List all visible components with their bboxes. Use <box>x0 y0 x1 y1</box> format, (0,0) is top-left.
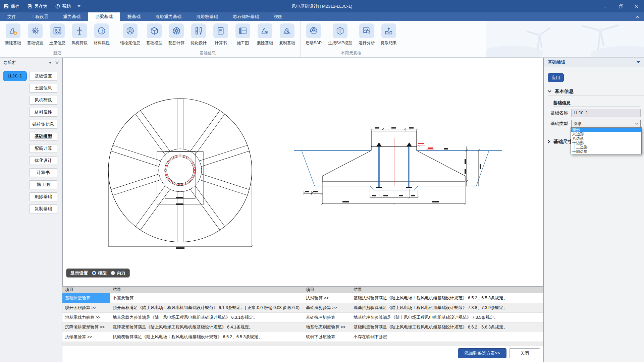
ribbon-button-launch-sap[interactable]: SAP 启动SAP <box>303 23 325 46</box>
add-to-plans-button[interactable]: 添加到备选方案>> <box>458 348 506 358</box>
close-dialog-button[interactable]: 关闭 <box>509 348 540 358</box>
table-row[interactable]: 脱开面积验算 >> 脱开面积满足《陆上风电场工程风电机组基础设计规范》 6.1.… <box>62 303 303 313</box>
foundation-type-select[interactable]: 圆形 <box>571 120 641 128</box>
dropdown-option-hexagon[interactable]: 六边形 <box>571 132 641 136</box>
foundation-name-input[interactable] <box>571 109 641 117</box>
save-menu[interactable]: 保存 <box>0 0 23 12</box>
tab-pile-foundation[interactable]: 桩基础 <box>120 12 148 21</box>
project-tab-lljc1[interactable]: LLJC-1 <box>3 71 27 81</box>
radio-model-dot <box>92 271 96 275</box>
section-basic-info[interactable]: 基本信息 <box>548 87 644 96</box>
ribbon-button-foundation-settings[interactable]: 基础设置 <box>24 23 46 46</box>
ribbon-button-extract-results[interactable]: 提取结果 <box>378 23 400 46</box>
ribbon-button-generate-sap-model[interactable]: SAP C 生成SAP模型 <box>325 23 356 46</box>
editor-collapse-icon[interactable] <box>637 61 640 63</box>
sidebar-item-anchor-cage-info[interactable]: 锚栓笼信息 <box>30 120 57 129</box>
foundation-name-label: 基础名称 <box>550 110 571 116</box>
tab-rock-anchor[interactable]: 岩石锚杆基础 <box>225 12 266 21</box>
nav-close-icon[interactable] <box>55 61 59 64</box>
tab-gravity-foundation[interactable]: 重力基础 <box>56 12 88 21</box>
help-menu[interactable]: 帮助 <box>51 0 75 12</box>
ribbon-button-rebar-calc[interactable]: 配筋计算 <box>165 23 187 46</box>
sidebar-item-turbine-load[interactable]: 风机荷载 <box>30 96 57 105</box>
table-row[interactable]: 地基动态刚度验算 >> 基础刚度验算满足《陆上风电场工程风电机组基础设计规范》 … <box>303 322 543 332</box>
foundation-type-dropdown: 圆形 六边形 八边形 十边形 十二边形 十四边型 <box>571 127 642 154</box>
result-cell: 沉降变形验算满足《陆上风电场工程风电机组基础设计规范》 6.4.1条规定。 <box>110 322 303 332</box>
column-header-item: 项目 <box>303 287 351 293</box>
tab-view[interactable]: 视图 <box>266 12 290 21</box>
ribbon-button-new-foundation[interactable]: 新建基础 <box>2 23 24 46</box>
table-row[interactable]: 基础抗剪验算 >> 地基抗剪验算满足《陆上风电场工程风电机组基础设计规范》 7.… <box>303 303 543 313</box>
item-cell[interactable]: 地基动态刚度验算 >> <box>303 322 351 332</box>
sidebar-item-optimize-design[interactable]: 优化设计 <box>30 156 57 165</box>
sidebar-item-construction-drawing[interactable]: 施工图 <box>30 180 57 189</box>
close-button[interactable] <box>629 0 644 12</box>
footer-bar: 添加到备选方案>> 关闭 <box>62 346 543 362</box>
sidebar-item-calc-report[interactable]: 计算书 <box>30 168 57 177</box>
sidebar-item-soil-info[interactable]: 土层信息 <box>30 84 57 93</box>
sidebar-item-delete-foundation[interactable]: 删除基础 <box>30 192 57 201</box>
ribbon-button-optimize-design[interactable]: 优化设计 <box>187 23 210 46</box>
ribbon-button-construction-drawing[interactable]: 施工图 <box>232 23 254 46</box>
item-cell[interactable]: 基础抗冲切验算 <box>303 313 351 322</box>
table-row[interactable]: 基础体型验算 不需要验算 <box>62 293 303 303</box>
sidebar-item-copy-foundation[interactable]: 复制基础 <box>30 204 57 213</box>
dropdown-option-dodecagon[interactable]: 十二边形 <box>571 145 641 149</box>
sidebar-item-foundation-settings[interactable]: 基础设置 <box>30 72 57 80</box>
sidebar-item-foundation-model[interactable]: 基础模型 <box>30 132 57 141</box>
dropdown-option-circle[interactable]: 圆形 <box>571 128 641 132</box>
item-cell[interactable]: 沉降倾斜变形验算 >> <box>62 322 110 332</box>
item-cell[interactable]: 抗滑验算 >> <box>303 293 351 303</box>
radio-internal-force[interactable]: 内力 <box>111 270 125 276</box>
ribbon-collapse-icon[interactable] <box>631 12 644 21</box>
display-settings-toolbar: 显示设置 模型 内力 <box>66 268 130 278</box>
dropdown-option-octagon[interactable]: 八边形 <box>571 136 641 141</box>
soil-layers-icon <box>50 23 65 38</box>
item-cell[interactable]: 软弱下卧层验算 <box>303 332 351 342</box>
tab-project-settings[interactable]: 工程设置 <box>23 12 56 21</box>
save-as-menu[interactable]: 另存为 <box>23 0 51 12</box>
dropdown-option-tetradecagon[interactable]: 十四边型 <box>571 149 641 154</box>
table-row[interactable]: 沉降倾斜变形验算 >> 沉降变形验算满足《陆上风电场工程风电机组基础设计规范》 … <box>62 322 303 332</box>
table-row[interactable]: 基础抗冲切验算 地基抗冲切验算满足《陆上风电场工程风电机组基础设计规范》 7.3… <box>303 313 543 322</box>
save-as-icon <box>28 4 32 9</box>
ribbon-button-turbine-load[interactable]: 风机荷载 <box>68 23 91 46</box>
item-cell[interactable]: 脱开面积验算 >> <box>62 303 110 312</box>
table-row[interactable]: 抗倾覆验算 >> 抗倾覆验算满足《陆上风电场工程风电机组基础设计规范》 6.5.… <box>62 332 303 342</box>
minimize-button[interactable] <box>598 0 613 12</box>
table-row[interactable]: 软弱下卧层验算 不存在软弱下卧层 <box>303 332 543 342</box>
ribbon-button-copy-foundation[interactable]: 复制基础 <box>276 23 298 46</box>
restore-button[interactable] <box>613 0 629 12</box>
menu-caret-icon[interactable] <box>75 5 83 7</box>
tab-file[interactable]: 文件 <box>0 12 23 21</box>
ribbon-button-soil-info[interactable]: 土层信息 <box>46 23 68 46</box>
model-canvas[interactable]: 显示设置 模型 内力 <box>62 58 543 287</box>
ribbon-button-delete-foundation[interactable]: 删除基础 <box>254 23 276 46</box>
ribbon-group-new: 新建基础 基础设置 <box>0 21 115 57</box>
item-cell[interactable]: 抗倾覆验算 >> <box>62 332 110 342</box>
item-cell[interactable]: 基础抗剪验算 >> <box>303 303 351 312</box>
apply-button[interactable]: 应用 <box>548 73 564 82</box>
svg-text:SAP: SAP <box>312 29 315 31</box>
foundation-type-label: 基础类型 <box>550 121 571 127</box>
nav-collapse-icon[interactable] <box>49 62 52 64</box>
radio-model[interactable]: 模型 <box>92 270 107 276</box>
document-icon <box>213 23 228 38</box>
item-cell[interactable]: 地基承载力验算 >> <box>62 313 110 322</box>
table-row[interactable]: 地基承载力验算 >> 地基承载力验算满足《陆上风电场工程风电机组基础设计规范》 … <box>62 313 303 322</box>
tab-hybrid-tower-pile[interactable]: 混塔桩基础 <box>189 12 225 21</box>
ribbon-button-material-props[interactable]: i 材料属性 <box>91 23 113 46</box>
ribbon-button-foundation-model[interactable]: 基础模型 <box>143 23 165 46</box>
ribbon: 新建基础 基础设置 <box>0 21 644 58</box>
main-area: 导航栏 LLJC-1 基础设置 土层信息 风机荷载 材料属性 锚栓笼信息 基础模… <box>0 58 644 362</box>
ribbon-button-anchor-cage-info[interactable]: 锚栓笼信息 <box>117 23 143 46</box>
tab-rib-beam-foundation[interactable]: 肋梁基础 <box>88 12 120 21</box>
item-cell[interactable]: 基础体型验算 <box>62 293 110 303</box>
ribbon-button-calc-report[interactable]: 计算书 <box>210 23 232 46</box>
sidebar-item-material-props[interactable]: 材料属性 <box>30 108 57 117</box>
tab-hybrid-tower-gravity[interactable]: 混塔重力基础 <box>148 12 189 21</box>
sidebar-item-rebar-calc[interactable]: 配筋计算 <box>30 144 57 153</box>
ribbon-button-run-analysis[interactable]: 运行分析 <box>356 23 378 46</box>
table-row[interactable]: 抗滑验算 >> 基础抗滑验算满足《陆上风电场工程风电机组基础设计规范》 6.5.… <box>303 293 543 303</box>
dropdown-option-decagon[interactable]: 十边形 <box>571 141 641 145</box>
